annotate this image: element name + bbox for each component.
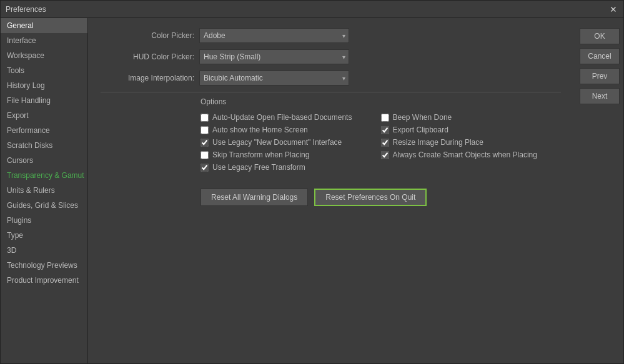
sidebar: GeneralInterfaceWorkspaceToolsHistory Lo… xyxy=(1,18,88,363)
hud-color-picker-label: HUD Color Picker: xyxy=(101,52,194,61)
label-legacy-free-transform[interactable]: Use Legacy Free Transform xyxy=(212,163,305,172)
reset-warnings-button[interactable]: Reset All Warning Dialogs xyxy=(201,189,308,206)
label-auto-update[interactable]: Auto-Update Open File-based Documents xyxy=(212,113,352,122)
option-row-legacy-new-doc: Use Legacy "New Document" Interface xyxy=(201,136,381,149)
sidebar-item-file-handling[interactable]: File Handling xyxy=(1,93,87,108)
checkbox-beep-when-done[interactable] xyxy=(381,114,389,122)
color-picker-select-wrapper: AdobeWindows xyxy=(199,28,349,43)
checkbox-auto-home[interactable] xyxy=(201,126,209,134)
sidebar-item-performance[interactable]: Performance xyxy=(1,123,87,138)
label-export-clipboard[interactable]: Export Clipboard xyxy=(393,125,448,134)
hud-color-picker-select-wrapper: Hue Strip (Small)Hue Strip (Medium)Hue S… xyxy=(199,49,349,64)
option-row-export-clipboard: Export Clipboard xyxy=(381,124,562,136)
sidebar-item-interface[interactable]: Interface xyxy=(1,33,87,48)
option-row-beep-when-done: Beep When Done xyxy=(381,111,562,124)
checkbox-auto-update[interactable] xyxy=(201,114,209,122)
sidebar-item-scratch-disks[interactable]: Scratch Disks xyxy=(1,138,87,153)
sidebar-item-transparency-gamut[interactable]: Transparency & Gamut xyxy=(1,168,87,183)
sidebar-item-workspace[interactable]: Workspace xyxy=(1,48,87,63)
sidebar-item-type[interactable]: Type xyxy=(1,228,87,243)
image-interpolation-label: Image Interpolation: xyxy=(101,74,194,82)
sidebar-item-export[interactable]: Export xyxy=(1,108,87,123)
color-picker-label: Color Picker: xyxy=(101,31,194,40)
action-buttons-panel: OK Cancel Prev Next xyxy=(573,18,623,363)
main-content: Color Picker: AdobeWindows HUD Color Pic… xyxy=(88,18,573,363)
sidebar-item-3d[interactable]: 3D xyxy=(1,243,87,258)
option-row-auto-home: Auto show the Home Screen xyxy=(201,124,381,136)
section-divider xyxy=(101,92,561,92)
sidebar-item-guides-grid-slices[interactable]: Guides, Grid & Slices xyxy=(1,198,87,213)
hud-color-picker-select[interactable]: Hue Strip (Small)Hue Strip (Medium)Hue S… xyxy=(199,49,349,64)
options-left-column: Auto-Update Open File-based DocumentsAut… xyxy=(201,111,381,174)
sidebar-item-general[interactable]: General xyxy=(1,18,87,33)
label-auto-home[interactable]: Auto show the Home Screen xyxy=(212,125,308,134)
sidebar-item-plugins[interactable]: Plugins xyxy=(1,213,87,228)
close-button[interactable]: ✕ xyxy=(608,4,618,14)
image-interpolation-row: Image Interpolation: Bicubic AutomaticNe… xyxy=(101,71,561,86)
sidebar-item-history-log[interactable]: History Log xyxy=(1,78,87,93)
option-row-always-smart-objects: Always Create Smart Objects when Placing xyxy=(381,149,562,161)
content-area: GeneralInterfaceWorkspaceToolsHistory Lo… xyxy=(1,18,623,363)
label-legacy-new-doc[interactable]: Use Legacy "New Document" Interface xyxy=(212,138,342,147)
prev-button[interactable]: Prev xyxy=(580,68,620,84)
option-row-skip-transform: Skip Transform when Placing xyxy=(201,149,381,161)
title-bar: Preferences ✕ xyxy=(1,1,623,18)
label-always-smart-objects[interactable]: Always Create Smart Objects when Placing xyxy=(393,150,537,159)
options-right-column: Beep When DoneExport ClipboardResize Ima… xyxy=(381,111,562,174)
options-title: Options xyxy=(201,97,561,106)
color-picker-select[interactable]: AdobeWindows xyxy=(199,28,349,43)
option-row-legacy-free-transform: Use Legacy Free Transform xyxy=(201,161,381,174)
hud-color-picker-row: HUD Color Picker: Hue Strip (Small)Hue S… xyxy=(101,49,561,64)
reset-preferences-button[interactable]: Reset Preferences On Quit xyxy=(314,189,427,206)
option-row-resize-image-placing: Resize Image During Place xyxy=(381,136,562,149)
dialog-title: Preferences xyxy=(6,5,46,14)
label-resize-image-placing[interactable]: Resize Image During Place xyxy=(393,138,483,147)
checkbox-export-clipboard[interactable] xyxy=(381,126,389,134)
color-picker-row: Color Picker: AdobeWindows xyxy=(101,28,561,43)
sidebar-item-product-improvement[interactable]: Product Improvement xyxy=(1,273,87,288)
options-grid: Auto-Update Open File-based DocumentsAut… xyxy=(201,111,561,174)
image-interpolation-select-wrapper: Bicubic AutomaticNearest NeighborBilinea… xyxy=(199,71,349,86)
checkbox-legacy-free-transform[interactable] xyxy=(201,164,209,172)
checkbox-always-smart-objects[interactable] xyxy=(381,151,389,159)
option-row-auto-update: Auto-Update Open File-based Documents xyxy=(201,111,381,124)
image-interpolation-select[interactable]: Bicubic AutomaticNearest NeighborBilinea… xyxy=(199,71,349,86)
sidebar-item-cursors[interactable]: Cursors xyxy=(1,153,87,168)
checkbox-skip-transform[interactable] xyxy=(201,151,209,159)
options-section: Options Auto-Update Open File-based Docu… xyxy=(101,97,561,174)
label-beep-when-done[interactable]: Beep When Done xyxy=(393,113,452,122)
preferences-dialog: Preferences ✕ GeneralInterfaceWorkspaceT… xyxy=(0,0,624,364)
ok-button[interactable]: OK xyxy=(580,28,620,44)
buttons-row: Reset All Warning Dialogs Reset Preferen… xyxy=(201,189,561,206)
sidebar-item-technology-previews[interactable]: Technology Previews xyxy=(1,258,87,273)
sidebar-item-units-rulers[interactable]: Units & Rulers xyxy=(1,183,87,198)
cancel-button[interactable]: Cancel xyxy=(580,48,620,64)
label-skip-transform[interactable]: Skip Transform when Placing xyxy=(212,150,309,159)
checkbox-resize-image-placing[interactable] xyxy=(381,139,389,147)
sidebar-item-tools[interactable]: Tools xyxy=(1,63,87,78)
next-button[interactable]: Next xyxy=(580,88,620,104)
checkbox-legacy-new-doc[interactable] xyxy=(201,139,209,147)
